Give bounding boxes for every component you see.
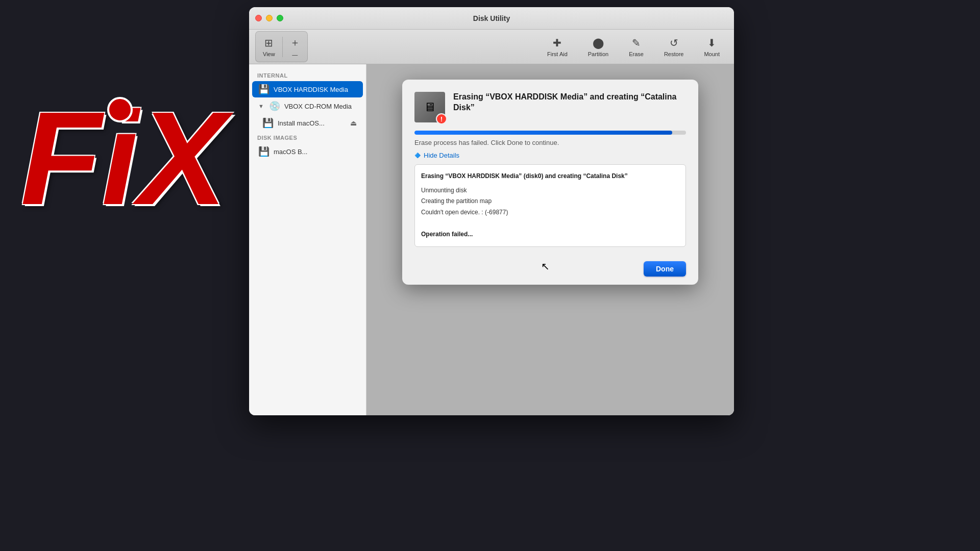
first-aid-button[interactable]: ✚ First Aid <box>539 33 576 61</box>
log-line-3: Couldn't open device. : (-69877) <box>421 207 679 218</box>
sidebar-item-cdrom[interactable]: ▼ 💿 VBOX CD-ROM Media <box>252 98 363 114</box>
dialog-title: Erasing “VBOX HARDDISK Media” and creati… <box>453 92 686 113</box>
erase-button[interactable]: ✎ Erase <box>621 33 652 61</box>
disk-img-icon: 🖥 <box>424 100 436 114</box>
fix-overlay: F i X <box>20 92 227 224</box>
erase-dialog: 🖥 ! Erasing “VBOX HARDDISK Media” and cr… <box>402 80 698 285</box>
minimize-button[interactable] <box>266 15 273 21</box>
log-line-1: Unmounting disk <box>421 185 679 196</box>
progress-container <box>414 131 686 135</box>
volume-button[interactable]: ＋ — <box>283 32 307 62</box>
eject-icon[interactable]: ⏏ <box>350 119 357 127</box>
sidebar-item-install-macos[interactable]: 💾 Install macOS... ⏏ <box>252 115 363 131</box>
hide-details-toggle[interactable]: 🔷 Hide Details <box>414 152 686 159</box>
expand-icon: ▼ <box>258 103 264 109</box>
partition-label: Partition <box>588 51 608 57</box>
progress-bar-fill <box>414 131 672 135</box>
internal-label: Internal <box>249 69 366 81</box>
dialog-title-block: Erasing “VBOX HARDDISK Media” and creati… <box>453 92 686 113</box>
erase-icon: ✎ <box>632 37 641 49</box>
restore-button[interactable]: ↺ Restore <box>656 33 692 61</box>
view-label: View <box>263 51 275 57</box>
dialog-backdrop: 🖥 ! Erasing “VBOX HARDDISK Media” and cr… <box>366 64 734 415</box>
log-line-2: Creating the partition map <box>421 196 679 207</box>
disk-images-label: Disk Images <box>249 132 366 143</box>
chevron-down-icon: 🔷 <box>414 153 421 158</box>
sidebar: Internal 💾 VBOX HARDDISK Media ▼ 💿 VBOX … <box>249 64 366 415</box>
first-aid-icon: ✚ <box>553 37 561 49</box>
dialog-content: 🖥 ! Erasing “VBOX HARDDISK Media” and cr… <box>402 80 698 255</box>
details-toggle-label: Hide Details <box>424 152 459 159</box>
main-panel: 🖥 ! Erasing “VBOX HARDDISK Media” and cr… <box>366 64 734 415</box>
view-button[interactable]: ⊞ View <box>256 33 282 61</box>
volume-icon: ＋ <box>290 36 300 49</box>
restore-label: Restore <box>664 51 684 57</box>
dialog-disk-icon-container: 🖥 ! <box>414 92 445 122</box>
sidebar-image-label: macOS B... <box>274 148 357 156</box>
fix-letter-x: X <box>138 92 227 224</box>
window-titlebar: Disk Utility <box>249 7 734 30</box>
dialog-log: Erasing “VBOX HARDDISK Media” (disk0) an… <box>414 164 686 247</box>
log-line-4 <box>421 218 679 229</box>
sidebar-item-harddisk[interactable]: 💾 VBOX HARDDISK Media <box>252 81 363 97</box>
fix-i-dot <box>107 97 133 122</box>
partition-icon: ⬤ <box>593 37 604 49</box>
content-area: Internal 💾 VBOX HARDDISK Media ▼ 💿 VBOX … <box>249 64 734 415</box>
fix-letter-f: F <box>20 92 102 224</box>
sidebar-harddisk-label: VBOX HARDDISK Media <box>274 86 357 93</box>
first-aid-label: First Aid <box>547 51 568 57</box>
sidebar-cdrom-label: VBOX CD-ROM Media <box>284 103 357 110</box>
disk-image-icon: 💾 <box>258 146 270 157</box>
view-icon: ⊞ <box>264 37 273 49</box>
traffic-lights <box>255 15 283 21</box>
sidebar-item-macos-image[interactable]: 💾 macOS B... <box>252 143 363 160</box>
erase-label: Erase <box>629 51 644 57</box>
disk-utility-window: Disk Utility ⊞ View ＋ — ✚ First Aid ⬤ Pa… <box>249 7 734 415</box>
fix-letter-i-container: i <box>102 92 138 224</box>
toolbar: ⊞ View ＋ — ✚ First Aid ⬤ Partition ✎ Era… <box>249 30 734 64</box>
mount-label: Mount <box>704 51 720 57</box>
dialog-status-text: Erase process has failed. Click Done to … <box>414 139 686 146</box>
harddisk-icon: 💾 <box>258 84 270 95</box>
progress-bar-background <box>414 131 686 135</box>
dialog-footer: Done <box>402 255 698 285</box>
view-volume-group: ⊞ View ＋ — <box>255 31 308 62</box>
partition-button[interactable]: ⬤ Partition <box>580 33 617 61</box>
cdrom-icon: 💿 <box>269 101 280 112</box>
restore-icon: ↺ <box>670 37 678 49</box>
done-button[interactable]: Done <box>644 261 686 277</box>
dialog-header: 🖥 ! Erasing “VBOX HARDDISK Media” and cr… <box>414 92 686 122</box>
mount-icon: ⬇ <box>707 37 716 49</box>
window-title: Disk Utility <box>473 14 510 22</box>
install-macos-icon: 💾 <box>262 117 274 129</box>
sidebar-install-label: Install macOS... <box>278 119 346 127</box>
volume-label: — <box>292 52 298 58</box>
log-line-5: Operation failed... <box>421 229 679 240</box>
error-badge: ! <box>436 113 447 124</box>
mount-button[interactable]: ⬇ Mount <box>696 33 728 61</box>
maximize-button[interactable] <box>277 15 283 21</box>
close-button[interactable] <box>255 15 262 21</box>
log-title: Erasing “VBOX HARDDISK Media” (disk0) an… <box>421 171 679 182</box>
